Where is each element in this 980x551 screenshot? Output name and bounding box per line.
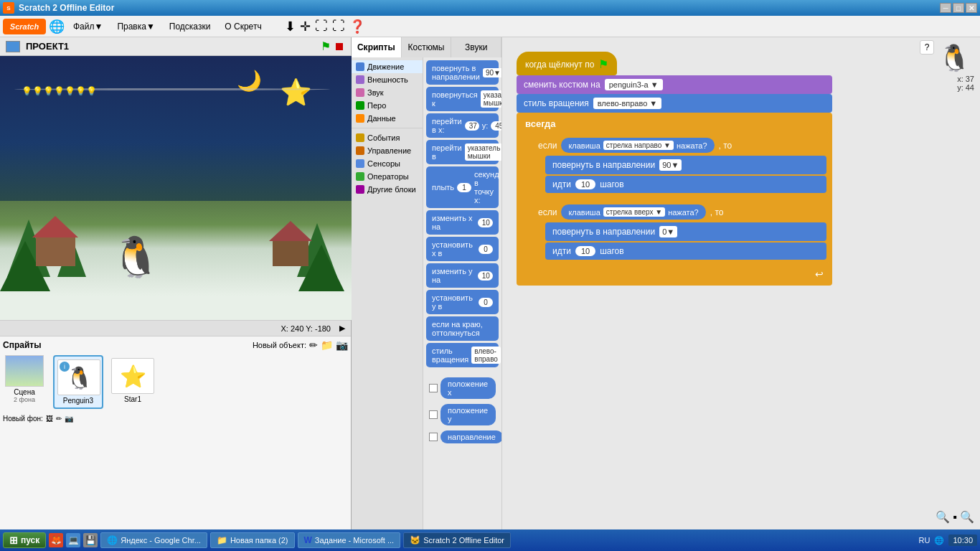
- zoom-out-icon[interactable]: 🔍: [936, 510, 950, 524]
- turn-text-1: повернуть в направлении: [552, 160, 655, 170]
- tab-scripts[interactable]: Скрипты: [352, 37, 402, 57]
- menu-tips[interactable]: Подсказки: [164, 20, 217, 33]
- move-block-2[interactable]: идти 10 шагов: [545, 242, 826, 260]
- move-block-1[interactable]: идти 10 шагов: [545, 176, 826, 193]
- reporter-direction[interactable]: направление: [440, 430, 501, 443]
- cat-control[interactable]: Управление: [352, 144, 423, 157]
- key-label-1: клавиша: [568, 141, 600, 150]
- expand-icon[interactable]: ⛶: [315, 19, 328, 34]
- camera-icon[interactable]: 📷: [336, 339, 348, 351]
- change-costume-block[interactable]: сменить костюм на penguin3-a ▼: [517, 75, 832, 94]
- then-label-2: , то: [710, 207, 724, 217]
- block-rotation-style[interactable]: стиль вращения влево-вправо: [426, 343, 499, 367]
- maximize-button[interactable]: □: [953, 3, 964, 13]
- folder-icon: 📁: [217, 535, 227, 545]
- sprite-penguin3[interactable]: 🐧 i Penguin3: [53, 355, 103, 409]
- pressed-label-1: нажата?: [677, 141, 707, 150]
- block-turn-direction[interactable]: повернуть в направлении 90▼: [426, 60, 499, 85]
- taskbar-icon-2[interactable]: 💻: [66, 533, 80, 547]
- cat-sound[interactable]: Звук: [352, 86, 423, 99]
- upload-icon[interactable]: ⬇: [285, 19, 296, 34]
- key-dropdown-1[interactable]: стрелка направо ▼: [603, 141, 674, 150]
- steps-value-2[interactable]: 10: [575, 246, 595, 256]
- resize-arrow[interactable]: ▶: [339, 324, 345, 333]
- zoom-in-icon[interactable]: 🔍: [960, 510, 974, 524]
- key-dropdown-2[interactable]: стрелка вверх ▼: [603, 207, 665, 217]
- reporter-x[interactable]: положение х: [440, 377, 496, 399]
- stop-button[interactable]: ⏹: [334, 40, 345, 53]
- forever-block: всегда если клавиша стрелка направо ▼ на…: [517, 113, 832, 286]
- steps-value-1[interactable]: 10: [575, 179, 595, 189]
- turn-block-1[interactable]: повернуть в направлении 90▼: [545, 156, 826, 174]
- block-point-towards[interactable]: повернуться к указатель мышки: [426, 87, 499, 111]
- block-go-to[interactable]: перейти в указатель мышки: [426, 140, 499, 164]
- if-label-1: если: [538, 141, 557, 151]
- turn-dropdown-2[interactable]: 0▼: [659, 226, 677, 237]
- if-label-2: если: [538, 207, 557, 217]
- cat-events[interactable]: События: [352, 131, 423, 144]
- minimize-button[interactable]: ─: [940, 3, 951, 13]
- costume-dropdown[interactable]: penguin3-a ▼: [605, 79, 663, 90]
- turn-dropdown-1[interactable]: 90▼: [659, 159, 682, 171]
- menu-edit[interactable]: Правка▼: [111, 20, 160, 33]
- blocks-palette: Скрипты Костюмы Звуки Движение Внешность…: [352, 37, 502, 529]
- block-set-y[interactable]: установить у в 0: [426, 290, 499, 314]
- reporter-x-checkbox[interactable]: [429, 384, 438, 392]
- cat-data[interactable]: Данные: [352, 112, 423, 125]
- taskbar-folder[interactable]: 📁 Новая папка (2): [210, 532, 295, 548]
- reporter-y[interactable]: положение у: [440, 404, 496, 425]
- zoom-reset-icon[interactable]: ▪: [953, 511, 957, 524]
- paint-backdrop-icon[interactable]: 🖼: [46, 415, 53, 423]
- taskbar-chrome[interactable]: 🌐 Яндекс - Google Chr...: [100, 532, 207, 548]
- xy-display: x: 37 y: 44: [957, 75, 974, 92]
- toolbar: ⬇ ✛ ⛶ ⛶ ❓: [285, 19, 365, 34]
- when-flag-block[interactable]: когда щёлкнут по ⚑: [517, 52, 617, 75]
- cat-moreblocks[interactable]: Другие блоки: [352, 183, 423, 196]
- help-button[interactable]: ?: [920, 40, 934, 55]
- taskbar-scratch[interactable]: 🐱 Scratch 2 Offline Editor: [403, 532, 511, 548]
- menu-file[interactable]: Файл▼: [67, 20, 108, 33]
- block-change-y[interactable]: изменить у на 10: [426, 263, 499, 288]
- cat-sensing[interactable]: Сенсоры: [352, 157, 423, 170]
- block-set-x[interactable]: установить х в 0: [426, 237, 499, 261]
- tab-sounds[interactable]: Звуки: [451, 37, 501, 57]
- backdrop-item[interactable]: Сцена 2 фона: [3, 355, 46, 403]
- rotation-style-block[interactable]: стиль вращения влево-вправо ▼: [517, 94, 832, 113]
- block-if-on-edge[interactable]: если на краю, оттолкнуться: [426, 316, 499, 341]
- title-bar: S Scratch 2 Offline Editor ─ □ ✕: [0, 0, 980, 16]
- stage-flags: ⚑ ⏹: [321, 39, 345, 53]
- upload-sprite-icon[interactable]: 📁: [321, 339, 333, 351]
- cat-pen[interactable]: Перо: [352, 99, 423, 112]
- close-button[interactable]: ✕: [966, 3, 977, 13]
- fullscreen-icon[interactable]: ✛: [300, 19, 311, 34]
- menu-about[interactable]: О Скретч: [219, 20, 267, 33]
- penguin3-thumbnail: 🐧 i: [57, 359, 100, 395]
- block-change-x[interactable]: изменить х на 10: [426, 210, 499, 235]
- turn-text-2: повернуть в направлении: [552, 227, 655, 237]
- tab-costumes[interactable]: Костюмы: [402, 37, 452, 57]
- shrink-icon[interactable]: ⛶: [332, 19, 345, 34]
- taskbar-icon-1[interactable]: 🦊: [49, 533, 63, 547]
- cat-sound-label: Звук: [367, 88, 384, 97]
- help-icon[interactable]: ❓: [349, 19, 365, 34]
- taskbar-icon-3[interactable]: 💾: [83, 533, 98, 547]
- key-label-2: клавиша: [568, 208, 600, 217]
- rotation-dropdown[interactable]: влево-вправо ▼: [593, 98, 661, 109]
- reporter-dir-checkbox[interactable]: [429, 433, 438, 441]
- green-flag-button[interactable]: ⚑: [321, 39, 331, 53]
- block-glide[interactable]: плыть 1 секунд в точку х: 8: [426, 166, 499, 208]
- sprite-star1[interactable]: ⭐ Star1: [108, 355, 158, 409]
- paint-new-sprite-icon[interactable]: ✏: [309, 339, 318, 351]
- turn-block-2[interactable]: повернуть в направлении 0▼: [545, 222, 826, 241]
- cat-looks[interactable]: Внешность: [352, 73, 423, 86]
- cat-motion[interactable]: Движение: [352, 60, 423, 73]
- cat-operators[interactable]: Операторы: [352, 170, 423, 183]
- start-button[interactable]: ⊞ пуск: [3, 532, 46, 548]
- upload-backdrop-icon[interactable]: ✏: [56, 415, 62, 423]
- taskbar-word[interactable]: W Задание - Microsoft ...: [298, 532, 401, 548]
- camera-backdrop-icon[interactable]: 📷: [65, 415, 73, 423]
- chrome-label: Яндекс - Google Chr...: [121, 536, 201, 545]
- block-go-to-xy[interactable]: перейти в x: 37 y: 45: [426, 113, 499, 138]
- scripts-canvas[interactable]: когда щёлкнут по ⚑ сменить костюм на pen…: [502, 37, 980, 529]
- reporter-y-checkbox[interactable]: [429, 410, 438, 419]
